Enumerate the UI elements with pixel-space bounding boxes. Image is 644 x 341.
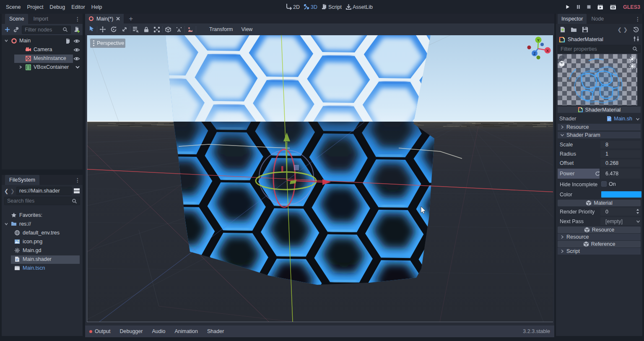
svg-text:Y: Y — [537, 38, 540, 42]
svg-text:X: X — [546, 49, 549, 53]
svg-text:Perspective: Perspective — [97, 40, 124, 46]
svg-text:Z: Z — [533, 52, 536, 56]
